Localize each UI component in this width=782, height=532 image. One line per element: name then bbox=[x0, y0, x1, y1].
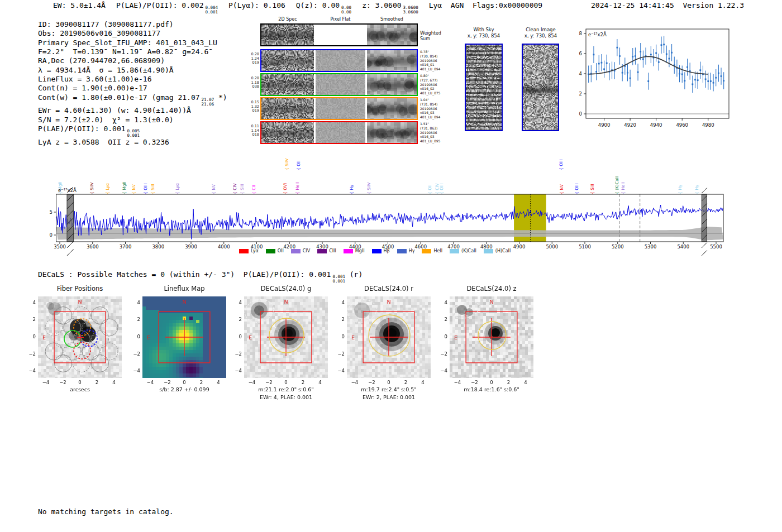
stacked-value: 21.0721.06 bbox=[202, 98, 214, 107]
legend-label: CIV bbox=[303, 248, 310, 253]
y-tick-label: 4 bbox=[335, 300, 345, 305]
svg-text:0: 0 bbox=[50, 232, 53, 238]
legend-item: CIV bbox=[291, 248, 310, 253]
spec2d-cell bbox=[367, 50, 417, 71]
svg-text:4: 4 bbox=[579, 71, 582, 76]
y-tick-label: 4 bbox=[437, 300, 447, 305]
spec2d-cell bbox=[316, 25, 365, 45]
spec2d-row bbox=[260, 121, 418, 144]
y-tick-label: 2 bbox=[26, 317, 36, 322]
legend-swatch bbox=[372, 249, 382, 253]
cutout-panel-2: Lineflux MapNE420−2−4−4−2024s/b: 2.87 +/… bbox=[130, 284, 242, 404]
x-tick-label: 2 bbox=[196, 380, 207, 385]
x-tick-label: 4 bbox=[314, 380, 326, 385]
y-tick-label: −2 bbox=[26, 351, 36, 357]
spec2d-cell bbox=[367, 74, 417, 95]
y-tick-label: 4 bbox=[26, 300, 36, 305]
spec2d-col-header: Smoothed bbox=[367, 17, 417, 22]
svg-text:2: 2 bbox=[579, 91, 582, 97]
north-label: N bbox=[387, 299, 390, 305]
x-tick-label: 0 bbox=[486, 380, 497, 385]
spec2d-cell bbox=[367, 122, 417, 143]
x-tick-label: 2 bbox=[400, 380, 412, 385]
east-label: E bbox=[351, 334, 355, 341]
clean-image bbox=[522, 44, 559, 131]
header-timestamp: 2024-12-25 14:41:45 Version 1.22.3 bbox=[591, 1, 744, 9]
catalog-match-line: DECaLS : Possible Matches = 0 (within +/… bbox=[38, 270, 363, 284]
cutout-overlay: NE bbox=[142, 296, 226, 378]
spec2d-col-header: Pixel Flat bbox=[316, 17, 365, 22]
svg-text:3700: 3700 bbox=[120, 244, 132, 250]
spec2d-cell bbox=[261, 50, 314, 71]
cutout-overlay: NE bbox=[38, 296, 122, 378]
info-line: λ = 4934.14Å σ = 15.86(±4.90)Å bbox=[38, 66, 227, 75]
spec2d-right-label: 1.04"(731, 854)20190506v016_03401_LU_094 bbox=[420, 98, 447, 119]
cutout-image: NE bbox=[38, 296, 122, 378]
svg-text:5100: 5100 bbox=[579, 244, 591, 250]
cutout-overlay: NE bbox=[347, 296, 431, 378]
legend-label: Lyα bbox=[251, 248, 259, 253]
info-line: F=2.2" T=0.13̄9̄ N=1.1̄9̄ A=0.82̄ g=24.6… bbox=[38, 47, 227, 56]
svg-text:3900: 3900 bbox=[185, 244, 197, 250]
legend-label: MgII bbox=[355, 248, 365, 253]
svg-text:4980: 4980 bbox=[702, 122, 714, 128]
east-label: E bbox=[42, 334, 46, 341]
header-segment: P(Lyα): 0.106 bbox=[228, 1, 285, 15]
north-label: N bbox=[78, 299, 82, 305]
svg-text:5500: 5500 bbox=[710, 244, 722, 250]
y-tick-label: −4 bbox=[130, 368, 140, 373]
info-line: P(LAE)/P(OII): 0.0010.0050.001 bbox=[38, 124, 227, 138]
spec2d-left-label: 0.151.32019 bbox=[246, 100, 259, 113]
legend-label: CIII bbox=[329, 248, 336, 253]
header-segment: P(LAE)/P(OII): 0.0020.0040.001 bbox=[116, 1, 218, 15]
legend-item: HeII bbox=[422, 248, 442, 253]
legend-label: Hβ bbox=[384, 248, 390, 253]
x-tick-label: −2 bbox=[162, 380, 173, 385]
cutout-panel-3: DECaLS(24.0) gNE420−2−4−4−2024m:21.1 re:… bbox=[232, 284, 344, 404]
x-tick-label: 2 bbox=[503, 380, 514, 385]
legend-item: CIII bbox=[317, 248, 336, 253]
legend-item: Lyα bbox=[239, 248, 259, 253]
svg-text:5400: 5400 bbox=[677, 244, 689, 250]
elixer-report-page: EW: 5.0±1.4ÅP(LAE)/P(OII): 0.0020.0040.0… bbox=[0, 0, 782, 532]
spec2d-cell bbox=[316, 74, 365, 95]
svg-text:6: 6 bbox=[579, 51, 582, 56]
svg-text:8: 8 bbox=[579, 31, 582, 36]
x-tick-label: 2 bbox=[92, 380, 103, 385]
north-label: N bbox=[182, 299, 186, 305]
north-label: N bbox=[284, 299, 288, 305]
y-tick-label: −4 bbox=[232, 368, 242, 373]
svg-text:3800: 3800 bbox=[152, 244, 164, 250]
svg-text:5000: 5000 bbox=[546, 244, 558, 250]
y-tick-label: 4 bbox=[232, 300, 242, 305]
stacked-value: 0.0050.001 bbox=[127, 129, 140, 138]
x-tick-label: −4 bbox=[40, 380, 51, 385]
spec2d-cell bbox=[316, 50, 365, 71]
y-tick-label: 2 bbox=[437, 317, 447, 322]
header-segment: EW: 5.0±1.4Å bbox=[53, 1, 106, 15]
x-tick-label: 4 bbox=[213, 380, 224, 385]
legend-item: OII bbox=[266, 248, 284, 253]
y-tick-label: 0 bbox=[335, 334, 345, 339]
legend-label: (H)CaII bbox=[495, 248, 511, 253]
x-tick-label: 4 bbox=[108, 380, 120, 385]
legend-label: OII bbox=[278, 248, 284, 253]
y-tick-label: 0 bbox=[130, 334, 140, 339]
y-tick-label: 2 bbox=[335, 317, 345, 322]
x-tick-label: 4 bbox=[417, 380, 428, 385]
spec2d-right-label: 1.51"(731, 863)20190506v016_03401_LU_095 bbox=[420, 122, 447, 143]
spec2d-row bbox=[260, 49, 418, 72]
svg-text:4900: 4900 bbox=[598, 122, 611, 128]
svg-text:4000: 4000 bbox=[218, 244, 230, 250]
cutout-image: NE bbox=[142, 296, 226, 378]
cutout-xlabel2: EWr: 2, PLAE: 0.001 bbox=[330, 394, 447, 400]
legend-swatch bbox=[397, 249, 407, 253]
spec2d-cell bbox=[261, 98, 314, 119]
legend-label: HeII bbox=[433, 248, 442, 253]
cutout-xlabel: m:21.1 re:2.0" s:0.6" bbox=[227, 386, 345, 392]
detection-info-block: ID: 3090081177 (3090081177.pdf)Obs: 2019… bbox=[38, 20, 227, 147]
y-tick-label: −2 bbox=[232, 351, 242, 357]
info-line: LyA z = 3.0588 OII z = 0.3236 bbox=[38, 138, 227, 147]
cutout-panel-5: DECaLS(24.0) zNE420−2−4−4−2024m:18.4 re:… bbox=[437, 284, 549, 404]
info-line: Primary Spec_Slot_IFU_AMP: 401_013_043_L… bbox=[38, 39, 227, 47]
